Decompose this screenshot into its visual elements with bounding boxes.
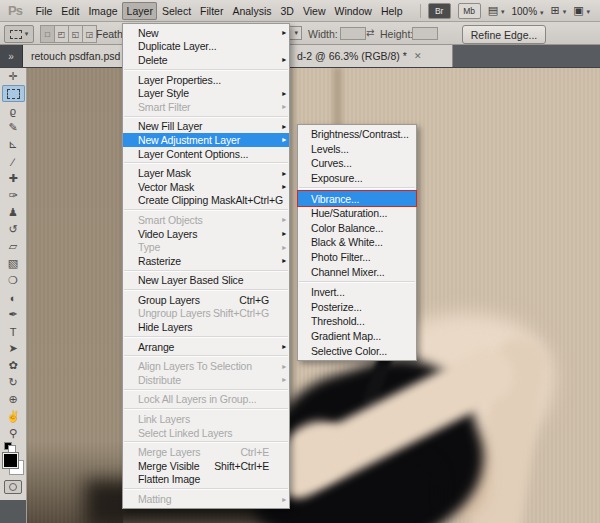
type-tool[interactable]: T: [2, 323, 25, 340]
custom-shape-tool[interactable]: ✿: [2, 357, 25, 374]
layer-menu-item-group-layers[interactable]: Group LayersCtrl+G: [123, 293, 289, 307]
zoom-tool[interactable]: ⚲: [2, 425, 25, 442]
eyedropper-tool[interactable]: ∕: [2, 153, 25, 170]
menubar: Ps FileEditImageLayerSelectFilterAnalysi…: [0, 0, 600, 22]
bridge-button[interactable]: Br: [428, 3, 451, 19]
selection-mode-button-2[interactable]: ◱: [69, 25, 83, 43]
layer-menu-item-new-layer-based-slice[interactable]: New Layer Based Slice: [123, 274, 289, 288]
layer-menu-item-new-adjustment-layer[interactable]: New Adjustment Layer▸: [123, 133, 289, 147]
layer-menu-item-flatten-image[interactable]: Flatten Image: [123, 473, 289, 487]
menu-item-label: Hide Layers: [138, 321, 192, 333]
pen-icon: ✒: [8, 308, 17, 321]
healing-brush-tool[interactable]: ✚: [2, 170, 25, 187]
layer-menu-item-duplicate-layer[interactable]: Duplicate Layer...: [123, 40, 289, 54]
photo-hair-streak: [333, 68, 342, 128]
layer-menu-item-hide-layers[interactable]: Hide Layers: [123, 320, 289, 334]
menu-item-label: Vibrance...: [311, 193, 359, 205]
adjustment-item-photo-filter[interactable]: Photo Filter...: [298, 250, 416, 265]
layer-menu-item-layer-style[interactable]: Layer Style▸: [123, 86, 289, 100]
layer-menu-item-new-fill-layer[interactable]: New Fill Layer▸: [123, 120, 289, 134]
active-tool-preset[interactable]: ▾: [4, 25, 34, 43]
layer-menu-item-rasterize[interactable]: Rasterize▸: [123, 254, 289, 268]
width-input[interactable]: [340, 27, 366, 40]
swap-dimensions-icon[interactable]: ⇄: [366, 27, 374, 38]
adjustment-item-gradient-map[interactable]: Gradient Map...: [298, 329, 416, 344]
menubar-item-analysis[interactable]: Analysis: [228, 2, 276, 20]
layer-menu-item-delete[interactable]: Delete▸: [123, 53, 289, 67]
eraser-tool[interactable]: ▱: [2, 238, 25, 255]
menubar-item-view[interactable]: View: [298, 2, 330, 20]
adjustment-item-brightness-contrast[interactable]: Brightness/Contrast...: [298, 127, 416, 142]
3d-rotate-tool[interactable]: ↻: [2, 374, 25, 391]
foreground-color-swatch[interactable]: [3, 453, 18, 468]
gradient-tool[interactable]: ▧: [2, 255, 25, 272]
screen-mode-button[interactable]: ▣ ▾: [573, 4, 590, 17]
adjustment-item-threshold[interactable]: Threshold...: [298, 314, 416, 329]
arrange-documents-button[interactable]: ▤ ▾: [488, 4, 505, 17]
crop-tool[interactable]: ⊾: [2, 136, 25, 153]
menu-item-shortcut: Ctrl+E: [240, 446, 275, 458]
adjustment-item-exposure[interactable]: Exposure...: [298, 171, 416, 186]
menubar-item-filter[interactable]: Filter: [196, 2, 228, 20]
zoom-level-dropdown[interactable]: 100% ▾: [511, 5, 543, 17]
layer-menu-item-vector-mask[interactable]: Vector Mask▸: [123, 180, 289, 194]
dodge-tool[interactable]: ◐: [2, 289, 25, 306]
menu-separator: [124, 488, 288, 490]
document-tab-2[interactable]: d-2 @ 66.3% (RGB/8) * ✕: [289, 45, 453, 67]
view-extras-button[interactable]: ⊞ ▾: [551, 4, 567, 17]
layer-menu-item-new[interactable]: New▸: [123, 26, 289, 40]
adjustment-item-hue-saturation[interactable]: Hue/Saturation...: [298, 206, 416, 221]
blur-tool[interactable]: ❍: [2, 272, 25, 289]
layer-menu-item-create-clipping-mask[interactable]: Create Clipping MaskAlt+Ctrl+G: [123, 194, 289, 208]
layer-menu-item-layer-properties[interactable]: Layer Properties...: [123, 73, 289, 87]
layer-menu-item-merge-visible[interactable]: Merge VisibleShift+Ctrl+E: [123, 459, 289, 473]
selection-mode-button-1[interactable]: ◰: [55, 25, 69, 43]
history-brush-tool[interactable]: ↺: [2, 221, 25, 238]
selection-mode-button-0[interactable]: □: [40, 25, 55, 43]
brush-tool[interactable]: ✑: [2, 187, 25, 204]
hand-tool[interactable]: ✌: [2, 408, 25, 425]
chevron-down-icon: ▾: [501, 8, 505, 15]
adjustment-item-invert[interactable]: Invert...: [298, 285, 416, 300]
layer-menu-item-layer-mask[interactable]: Layer Mask▸: [123, 166, 289, 180]
minibridge-button[interactable]: Mb: [458, 3, 481, 19]
selection-mode-button-3[interactable]: ◲: [83, 25, 97, 43]
default-colors-icon[interactable]: [4, 442, 16, 452]
adjustment-item-vibrance[interactable]: Vibrance...: [298, 191, 416, 206]
menubar-item-layer[interactable]: Layer: [122, 2, 157, 20]
quick-mask-button[interactable]: [4, 480, 22, 494]
quick-selection-tool[interactable]: ✎: [2, 119, 25, 136]
rectangular-marquee-tool[interactable]: [2, 85, 25, 102]
close-icon[interactable]: ✕: [414, 51, 422, 61]
height-input[interactable]: [412, 27, 438, 40]
zoom-icon: ⚲: [9, 427, 17, 440]
adjustment-item-levels[interactable]: Levels...: [298, 142, 416, 157]
menubar-item-help[interactable]: Help: [376, 2, 407, 20]
adjustment-item-color-balance[interactable]: Color Balance...: [298, 221, 416, 236]
menubar-item-file[interactable]: File: [31, 2, 57, 20]
adjustment-item-posterize[interactable]: Posterize...: [298, 300, 416, 315]
path-selection-tool[interactable]: ➤: [2, 340, 25, 357]
layer-menu-item-video-layers[interactable]: Video Layers▸: [123, 227, 289, 241]
3d-orbit-tool[interactable]: ⊕: [2, 391, 25, 408]
layer-menu-item-layer-content-options[interactable]: Layer Content Options...: [123, 147, 289, 161]
clone-stamp-tool[interactable]: ♟: [2, 204, 25, 221]
menubar-item-3d[interactable]: 3D: [276, 2, 298, 20]
adjustment-item-black-white[interactable]: Black & White...: [298, 235, 416, 250]
adjustment-item-channel-mixer[interactable]: Channel Mixer...: [298, 264, 416, 279]
menu-item-shortcut: Ctrl+G: [239, 294, 275, 306]
menu-item-label: Posterize...: [311, 301, 362, 313]
adjustment-item-selective-color[interactable]: Selective Color...: [298, 343, 416, 358]
menubar-item-edit[interactable]: Edit: [57, 2, 84, 20]
menu-separator: [124, 270, 288, 272]
lasso-tool[interactable]: ϱ: [2, 102, 25, 119]
menubar-item-select[interactable]: Select: [157, 2, 195, 20]
refine-edge-button[interactable]: Refine Edge...: [462, 25, 546, 44]
adjustment-item-curves[interactable]: Curves...: [298, 156, 416, 171]
menubar-item-window[interactable]: Window: [330, 2, 376, 20]
layer-menu-item-arrange[interactable]: Arrange▸: [123, 340, 289, 354]
pen-tool[interactable]: ✒: [2, 306, 25, 323]
tab-overflow-button[interactable]: »: [0, 45, 23, 67]
move-tool[interactable]: ✛: [2, 68, 25, 85]
menubar-item-image[interactable]: Image: [84, 2, 122, 20]
